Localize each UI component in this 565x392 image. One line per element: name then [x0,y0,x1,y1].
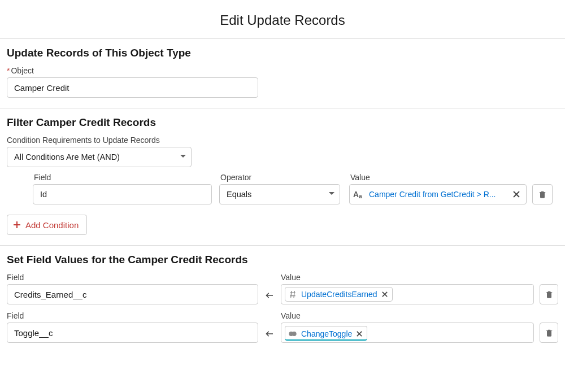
add-condition-label: Add Condition [25,220,79,230]
section-heading: Update Records of This Object Type [7,47,558,59]
svg-line-8 [291,291,292,298]
condition-field-input[interactable]: Id [33,184,212,204]
remove-pill-icon[interactable] [381,290,389,298]
svg-point-13 [292,332,296,336]
value-input[interactable]: UpdateCreditsEarned [281,284,534,304]
field-value-row: Field Credits_Earned__c Value UpdateCred… [7,273,558,304]
value-label: Value [281,311,558,320]
delete-condition-button[interactable] [532,184,553,204]
field-input[interactable]: Toggle__c [7,323,258,343]
svg-text:a: a [359,193,362,199]
page-title: Edit Update Records [0,0,565,39]
condition-row: Field Id Operator Equals Value Aa C [33,173,558,204]
field-label: Field [7,273,258,282]
text-type-icon: Aa [353,188,366,201]
value-label: Value [281,273,558,282]
field-column-label: Field [34,173,219,182]
condition-requirements-select[interactable]: All Conditions Are Met (AND) [7,147,192,167]
section-object-type: Update Records of This Object Type Objec… [0,39,565,108]
condition-operator-value: Equals [227,190,251,199]
value-pill-text: ChangeToggle [301,329,352,338]
chevron-down-icon [180,153,186,162]
field-input-value: Credits_Earned__c [14,290,86,299]
arrow-left-icon [264,329,275,343]
object-label: Object [7,66,558,75]
chevron-down-icon [328,190,335,199]
value-input[interactable]: ChangeToggle [281,323,534,343]
condition-value-input[interactable]: Aa Camper Credit from GetCredit > R... [349,184,527,204]
delete-row-button[interactable] [540,323,558,343]
value-pill-text: UpdateCreditsEarned [301,290,377,299]
condition-requirements-value: All Conditions Are Met (AND) [14,153,120,162]
operator-column-label: Operator [220,173,349,182]
arrow-left-icon [264,290,275,304]
section-heading: Set Field Values for the Camper Credit R… [7,254,558,266]
section-filter: Filter Camper Credit Records Condition R… [0,108,565,246]
remove-pill-icon[interactable] [355,330,363,338]
condition-value-text: Camper Credit from GetCredit > R... [369,190,508,199]
toggle-icon [288,329,298,339]
object-input[interactable]: Camper Credit [7,77,258,98]
svg-line-9 [294,291,294,298]
section-set-fields: Set Field Values for the Camper Credit R… [0,246,565,360]
field-value-row: Field Toggle__c Value ChangeToggle [7,311,558,343]
section-heading: Filter Camper Credit Records [7,116,558,129]
add-condition-button[interactable]: Add Condition [7,215,87,235]
svg-text:A: A [353,190,359,199]
value-pill[interactable]: UpdateCreditsEarned [285,287,393,302]
field-label: Field [7,311,258,320]
object-input-value: Camper Credit [14,83,69,93]
hash-icon [288,289,298,299]
value-pill[interactable]: ChangeToggle [285,326,367,341]
delete-row-button[interactable] [540,284,558,304]
clear-value-icon[interactable] [511,191,521,198]
condition-operator-select[interactable]: Equals [219,184,340,204]
field-input-value: Toggle__c [14,328,53,338]
field-input[interactable]: Credits_Earned__c [7,284,258,304]
value-column-label: Value [350,173,558,182]
condition-field-value: Id [40,190,47,199]
condition-requirements-label: Condition Requirements to Update Records [7,136,558,145]
